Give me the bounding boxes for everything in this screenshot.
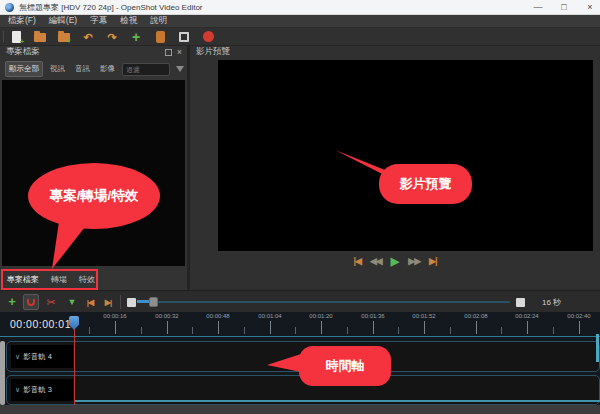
ruler-tick — [476, 321, 477, 334]
fast-forward-button[interactable]: ▶▶ — [408, 254, 420, 268]
menu-view[interactable]: 檢視 — [120, 15, 137, 27]
rewind-button[interactable]: ◀◀ — [370, 254, 382, 268]
ruler-tick-minor — [192, 327, 193, 334]
jump-end-button[interactable]: ▶| — [429, 254, 436, 268]
menu-bar: 檔案(F) 編輯(E) 字幕 檢視 說明 — [0, 15, 600, 28]
new-project-button[interactable]: + — [9, 30, 23, 44]
ruler-label: 00:01:36 — [361, 313, 384, 319]
tab-audio[interactable]: 音訊 — [72, 62, 93, 76]
menu-title[interactable]: 字幕 — [90, 15, 107, 27]
video-preview-title: 影片預覽 — [190, 46, 230, 58]
choose-profile-button[interactable] — [153, 30, 167, 44]
project-files-list[interactable] — [2, 80, 185, 266]
track-accent-line — [74, 400, 600, 402]
timeline-toolbar: + ✂ ▼ |◀ ▶| 16 秒 — [0, 290, 600, 312]
next-marker-button[interactable]: ▶| — [100, 291, 116, 313]
track-edge-highlight — [596, 334, 599, 362]
openshot-window: 無標題專案 [HDV 720 24p] - OpenShot Video Edi… — [0, 0, 600, 414]
tab-image[interactable]: 影像 — [97, 62, 118, 76]
tab-show-all[interactable]: 顯示全部 — [5, 61, 43, 77]
zoom-in-button[interactable] — [514, 291, 526, 313]
close-button[interactable]: × — [584, 0, 596, 15]
current-time-display: 00:00:00:01 — [10, 318, 71, 330]
track-name: 影音軌 4 — [23, 352, 52, 362]
tab-transitions[interactable]: 轉場 — [51, 274, 67, 285]
folder-icon — [34, 33, 46, 42]
zoom-out-button[interactable] — [125, 291, 137, 313]
track-header[interactable]: ∨ 影音軌 4 — [11, 345, 73, 368]
ruler-tick-minor — [141, 327, 142, 334]
float-dock-icon[interactable] — [165, 49, 172, 56]
next-marker-icon: ▶| — [105, 298, 111, 307]
ruler-label: 00:02:24 — [515, 313, 538, 319]
close-dock-icon[interactable]: × — [177, 48, 182, 57]
timeline-vertical-scrollbar[interactable] — [0, 341, 5, 405]
jump-start-button[interactable]: |◀ — [353, 254, 360, 268]
ruler-tick-minor — [244, 327, 245, 334]
export-video-button[interactable] — [201, 30, 215, 44]
ruler-tick — [218, 321, 219, 334]
open-project-button[interactable] — [33, 30, 47, 44]
maximize-button[interactable]: □ — [558, 0, 570, 15]
project-files-panel: 專案檔案 × 顯示全部 視訊 音訊 影像 專案檔案 轉場 特效 — [0, 46, 187, 290]
import-files-button[interactable]: + — [129, 30, 143, 44]
ruler-tick — [424, 321, 425, 334]
tab-effects[interactable]: 特效 — [79, 274, 95, 285]
ruler-tick-minor — [347, 327, 348, 334]
playhead-line — [74, 329, 75, 414]
track-header[interactable]: ∨ 影音軌 3 — [11, 379, 73, 401]
chevron-down-icon: ∨ — [15, 386, 20, 394]
track-row[interactable]: ∨ 影音軌 4 — [6, 341, 600, 372]
marker-down-icon: ▼ — [68, 297, 77, 307]
snap-pressed-frame — [23, 294, 39, 310]
ruler-tick-minor — [450, 327, 451, 334]
timeline: 00:00:00:01 00:00:16 00:00:32 00:00:48 0… — [0, 312, 600, 405]
redo-icon: ↷ — [107, 30, 116, 44]
menu-edit[interactable]: 編輯(E) — [49, 15, 77, 27]
ruler-tick-minor — [89, 327, 90, 334]
filter-icon — [176, 66, 184, 72]
play-button[interactable]: ▶ — [391, 254, 399, 268]
redo-button[interactable]: ↷ — [105, 30, 119, 44]
ruler-label: 00:00:48 — [206, 313, 229, 319]
track-name: 影音軌 3 — [23, 385, 52, 395]
ruler-tick — [115, 321, 116, 334]
playback-controls: |◀ ◀◀ ▶ ▶▶ ▶| — [190, 253, 600, 269]
zoom-out-icon — [127, 298, 136, 307]
magnet-icon — [27, 299, 35, 306]
ruler-tick-minor — [295, 327, 296, 334]
fullscreen-button[interactable] — [177, 30, 191, 44]
menu-file[interactable]: 檔案(F) — [8, 15, 36, 27]
ruler-tick — [373, 321, 374, 334]
snapping-toggle[interactable] — [22, 291, 40, 313]
previous-marker-icon: |◀ — [87, 298, 93, 307]
menu-help[interactable]: 說明 — [150, 15, 167, 27]
save-arrow-icon: ▼ — [66, 38, 72, 45]
window-title: 無標題專案 [HDV 720 24p] - OpenShot Video Edi… — [19, 2, 203, 13]
toolbar-separator — [120, 295, 121, 309]
project-files-header: 專案檔案 × — [0, 46, 187, 58]
slider-handle[interactable] — [149, 297, 158, 307]
tab-project-files[interactable]: 專案檔案 — [7, 274, 39, 285]
undo-icon: ↶ — [83, 30, 92, 44]
save-project-button[interactable]: ▼ — [57, 30, 71, 44]
chevron-down-icon: ∨ — [15, 353, 20, 361]
ruler-label: 00:00:32 — [155, 313, 178, 319]
project-files-title: 專案檔案 — [0, 46, 40, 58]
razor-tool-button[interactable]: ✂ — [44, 291, 58, 313]
tab-video[interactable]: 視訊 — [47, 62, 68, 76]
zoom-in-icon — [516, 298, 525, 307]
dock-buttons: × — [165, 48, 182, 57]
minimize-button[interactable]: — — [532, 0, 544, 15]
ruler-tick-minor — [553, 327, 554, 334]
undo-button[interactable]: ↶ — [81, 30, 95, 44]
add-marker-button[interactable]: ▼ — [65, 291, 79, 313]
add-track-button[interactable]: + — [5, 291, 19, 313]
filter-input[interactable] — [122, 63, 170, 76]
ruler-tick — [579, 321, 580, 334]
filter-row: 顯示全部 視訊 音訊 影像 — [0, 59, 187, 79]
ruler-label: 00:02:40 — [567, 313, 590, 319]
ruler-tick — [527, 321, 528, 334]
previous-marker-button[interactable]: |◀ — [82, 291, 98, 313]
timeline-zoom-slider[interactable] — [137, 291, 510, 313]
